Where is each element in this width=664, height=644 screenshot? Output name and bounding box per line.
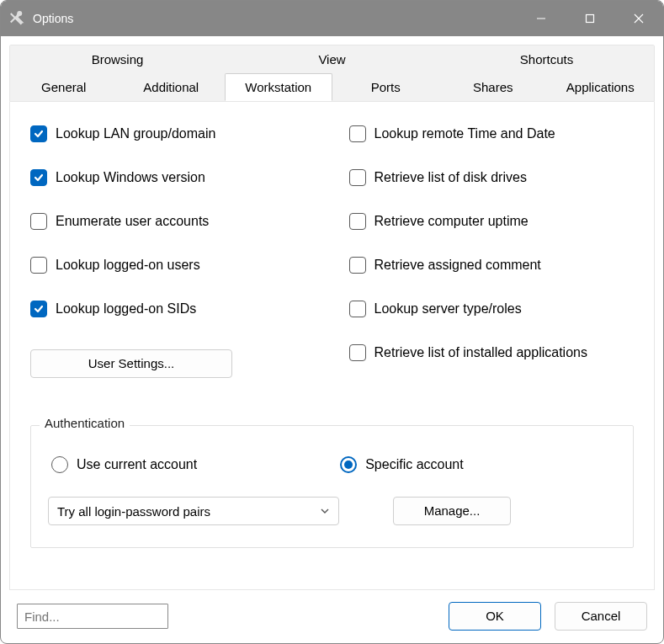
titlebar: Options: [1, 1, 663, 36]
checkbox-label: Lookup Windows version: [56, 170, 205, 185]
checkbox-retrieve-assigned-comment[interactable]: Retrieve assigned comment: [349, 257, 635, 274]
radio-label: Use current account: [77, 457, 197, 472]
checkbox-icon: [30, 213, 47, 230]
checkbox-enumerate-user-accounts[interactable]: Enumerate user accounts: [30, 213, 316, 230]
checkbox-label: Retrieve list of disk drives: [374, 170, 527, 185]
maximize-button[interactable]: [566, 1, 614, 36]
tab-ports[interactable]: Ports: [332, 73, 440, 101]
checkbox-label: Retrieve assigned comment: [374, 258, 541, 273]
tab-row-1: Browsing View Shortcuts: [10, 45, 654, 73]
checkbox-icon: [349, 344, 366, 361]
checkbox-label: Lookup remote Time and Date: [374, 126, 555, 141]
checkbox-label: Enumerate user accounts: [56, 214, 209, 229]
tab-browsing[interactable]: Browsing: [10, 45, 225, 73]
checkbox-label: Retrieve list of installed applications: [374, 345, 587, 360]
combobox-value: Try all login-password pairs: [57, 504, 210, 519]
checkbox-lookup-lan-group-domain[interactable]: Lookup LAN group/domain: [30, 125, 316, 142]
checkbox-label: Lookup logged-on SIDs: [56, 301, 196, 317]
checkbox-lookup-remote-time-and-date[interactable]: Lookup remote Time and Date: [349, 125, 635, 142]
window-title: Options: [33, 12, 73, 25]
radio-use-current-account[interactable]: Use current account: [51, 456, 197, 473]
checkbox-retrieve-list-of-installed-applications[interactable]: Retrieve list of installed applications: [349, 344, 635, 361]
checkbox-icon: [30, 169, 47, 186]
tab-shares[interactable]: Shares: [439, 73, 547, 101]
checkbox-icon: [349, 257, 366, 274]
tab-additional[interactable]: Additional: [118, 73, 226, 101]
checkbox-icon: [349, 213, 366, 230]
cancel-button[interactable]: Cancel: [555, 602, 647, 631]
checkbox-icon: [349, 169, 366, 186]
tab-applications[interactable]: Applications: [547, 73, 655, 101]
radio-icon: [340, 456, 357, 473]
minimize-button[interactable]: [517, 1, 566, 36]
ok-button[interactable]: OK: [449, 602, 541, 631]
checkbox-icon: [349, 301, 366, 317]
checkbox-lookup-server-type-roles[interactable]: Lookup server type/roles: [349, 301, 635, 317]
authentication-group: Authentication Use current account Speci…: [30, 425, 634, 548]
checkbox-label: Lookup logged-on users: [56, 258, 200, 273]
find-input[interactable]: [17, 604, 168, 629]
tab-workstation[interactable]: Workstation: [225, 73, 332, 101]
tab-panel-workstation: Lookup LAN group/domainLookup Windows ve…: [9, 102, 655, 590]
radio-specific-account[interactable]: Specific account: [340, 456, 464, 473]
login-pairs-combobox[interactable]: Try all login-password pairs: [48, 497, 339, 525]
app-icon: [9, 10, 26, 27]
svg-rect-1: [587, 15, 594, 23]
tab-view[interactable]: View: [225, 45, 439, 73]
chevron-down-icon: [320, 504, 330, 519]
user-settings-button[interactable]: User Settings...: [30, 349, 232, 378]
checkbox-lookup-windows-version[interactable]: Lookup Windows version: [30, 169, 316, 186]
checkbox-label: Retrieve computer uptime: [374, 214, 529, 229]
checkbox-icon: [30, 301, 47, 317]
tab-container: Browsing View Shortcuts General Addition…: [9, 45, 655, 102]
checkbox-lookup-logged-on-users[interactable]: Lookup logged-on users: [30, 257, 316, 274]
checkbox-icon: [30, 125, 47, 142]
checkbox-label: Lookup LAN group/domain: [56, 126, 215, 141]
tab-row-2: General Additional Workstation Ports Sha…: [10, 73, 654, 101]
close-button[interactable]: [614, 1, 663, 36]
checkbox-retrieve-computer-uptime[interactable]: Retrieve computer uptime: [349, 213, 635, 230]
tab-shortcuts[interactable]: Shortcuts: [439, 45, 654, 73]
checkbox-icon: [30, 257, 47, 274]
radio-label: Specific account: [365, 457, 464, 472]
checkbox-retrieve-list-of-disk-drives[interactable]: Retrieve list of disk drives: [349, 169, 635, 186]
manage-button[interactable]: Manage...: [393, 497, 511, 525]
checkbox-icon: [349, 125, 366, 142]
tab-general[interactable]: General: [10, 73, 118, 101]
checkbox-lookup-logged-on-sids[interactable]: Lookup logged-on SIDs: [30, 301, 316, 317]
authentication-label: Authentication: [40, 416, 130, 430]
checkbox-label: Lookup server type/roles: [374, 301, 522, 317]
radio-icon: [51, 456, 68, 473]
dialog-button-bar: OK Cancel: [0, 593, 664, 644]
